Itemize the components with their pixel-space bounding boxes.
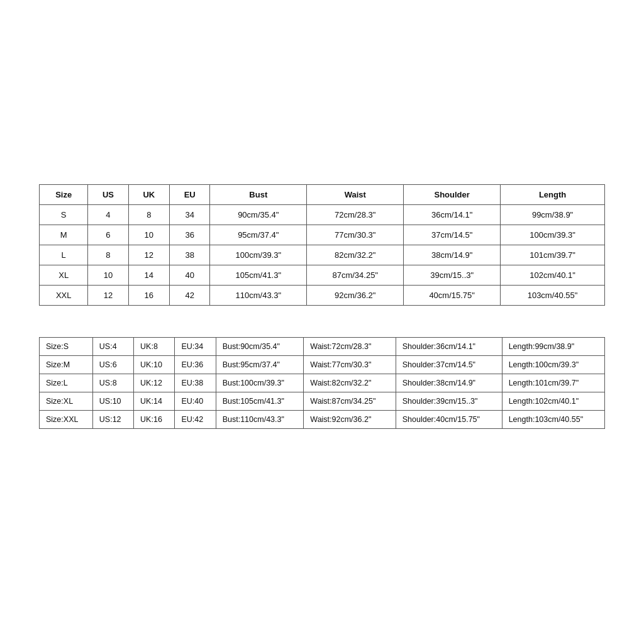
table-row: XL101440105cm/41.3"87cm/34.25"39cm/15..3… — [40, 265, 605, 285]
table-cell: Length:99cm/38.9" — [502, 337, 604, 355]
table-cell: Length:102cm/40.1" — [502, 392, 604, 410]
table-cell: 101cm/39.7" — [501, 245, 605, 265]
table1-header-cell: US — [88, 184, 128, 204]
table-cell: US:4 — [92, 337, 133, 355]
table-cell: Shoulder:40cm/15.75" — [396, 410, 502, 428]
table-cell: US:10 — [92, 392, 133, 410]
table-cell: 40cm/15.75" — [404, 285, 501, 305]
table-cell: US:12 — [92, 410, 133, 428]
table-cell: Waist:77cm/30.3" — [304, 355, 396, 374]
table-cell: Size:XXL — [40, 410, 93, 428]
table-cell: Size:XL — [40, 392, 93, 410]
table-cell: EU:40 — [175, 392, 216, 410]
table-row: Size:LUS:8UK:12EU:38Bust:100cm/39.3"Wais… — [40, 374, 605, 392]
table-cell: Length:103cm/40.55" — [502, 410, 604, 428]
table-cell: 40 — [170, 265, 210, 285]
table-cell: 10 — [88, 265, 128, 285]
table-cell: 34 — [170, 204, 210, 225]
table-cell: 100cm/39.3" — [210, 245, 307, 265]
table-cell: 90cm/35.4" — [210, 204, 307, 225]
table-cell: 4 — [88, 204, 128, 225]
table-cell: Size:S — [40, 337, 93, 355]
table1-header-cell: Bust — [210, 184, 307, 204]
table-cell: EU:42 — [175, 410, 216, 428]
table-cell: 8 — [88, 245, 128, 265]
table-cell: 42 — [170, 285, 210, 305]
table-cell: M — [40, 225, 88, 245]
table-cell: 102cm/40.1" — [501, 265, 605, 285]
table-cell: 92cm/36.2" — [307, 285, 404, 305]
table-cell: UK:16 — [134, 410, 175, 428]
table-cell: 38cm/14.9" — [404, 245, 501, 265]
table-row: Size:XLUS:10UK:14EU:40Bust:105cm/41.3"Wa… — [40, 392, 605, 410]
table-cell: 16 — [128, 285, 169, 305]
table-cell: 72cm/28.3" — [307, 204, 404, 225]
table-cell: 8 — [128, 204, 169, 225]
table-cell: EU:38 — [175, 374, 216, 392]
table-cell: 105cm/41.3" — [210, 265, 307, 285]
table1-header-cell: Shoulder — [404, 184, 501, 204]
table-row: M6103695cm/37.4"77cm/30.3"37cm/14.5"100c… — [40, 225, 605, 245]
table-row: Size:MUS:6UK:10EU:36Bust:95cm/37.4"Waist… — [40, 355, 605, 374]
table-cell: UK:10 — [134, 355, 175, 374]
table-cell: US:6 — [92, 355, 133, 374]
size-chart-table1: SizeUSUKEUBustWaistShoulderLength S48349… — [39, 184, 605, 306]
table-cell: UK:8 — [134, 337, 175, 355]
table-cell: 95cm/37.4" — [210, 225, 307, 245]
table-cell: Size:L — [40, 374, 93, 392]
table-cell: Waist:92cm/36.2" — [304, 410, 396, 428]
table1-header-cell: Waist — [307, 184, 404, 204]
table1-header-cell: EU — [170, 184, 210, 204]
table-cell: 37cm/14.5" — [404, 225, 501, 245]
table-cell: Waist:82cm/32.2" — [304, 374, 396, 392]
table-cell: US:8 — [92, 374, 133, 392]
table-cell: Bust:95cm/37.4" — [216, 355, 304, 374]
table-cell: EU:34 — [175, 337, 216, 355]
table-cell: Bust:100cm/39.3" — [216, 374, 304, 392]
table-cell: 39cm/15..3" — [404, 265, 501, 285]
table-cell: Shoulder:39cm/15..3" — [396, 392, 502, 410]
table-cell: 99cm/38.9" — [501, 204, 605, 225]
table-cell: Shoulder:36cm/14.1" — [396, 337, 502, 355]
table-cell: Shoulder:37cm/14.5" — [396, 355, 502, 374]
table-cell: Bust:110cm/43.3" — [216, 410, 304, 428]
table-cell: 77cm/30.3" — [307, 225, 404, 245]
table-cell: S — [40, 204, 88, 225]
table-cell: UK:12 — [134, 374, 175, 392]
table-cell: XL — [40, 265, 88, 285]
table-cell: Length:100cm/39.3" — [502, 355, 604, 374]
table1-header-cell: UK — [128, 184, 169, 204]
table-cell: Waist:87cm/34.25" — [304, 392, 396, 410]
table-cell: 36cm/14.1" — [404, 204, 501, 225]
table-cell: Waist:72cm/28.3" — [304, 337, 396, 355]
table-cell: Size:M — [40, 355, 93, 374]
table-cell: 38 — [170, 245, 210, 265]
table2: Size:SUS:4UK:8EU:34Bust:90cm/35.4"Waist:… — [39, 337, 605, 429]
table-cell: 82cm/32.2" — [307, 245, 404, 265]
table-cell: XXL — [40, 285, 88, 305]
table-cell: 10 — [128, 225, 169, 245]
table-cell: 87cm/34.25" — [307, 265, 404, 285]
table-cell: 6 — [88, 225, 128, 245]
table1-header-cell: Length — [501, 184, 605, 204]
table-cell: 100cm/39.3" — [501, 225, 605, 245]
table-cell: Bust:105cm/41.3" — [216, 392, 304, 410]
table1: SizeUSUKEUBustWaistShoulderLength S48349… — [39, 184, 605, 306]
table-cell: Length:101cm/39.7" — [502, 374, 604, 392]
table-cell: Bust:90cm/35.4" — [216, 337, 304, 355]
table-cell: EU:36 — [175, 355, 216, 374]
table-cell: UK:14 — [134, 392, 175, 410]
table-cell: 110cm/43.3" — [210, 285, 307, 305]
table-cell: 12 — [88, 285, 128, 305]
table-cell: L — [40, 245, 88, 265]
table-row: Size:XXLUS:12UK:16EU:42Bust:110cm/43.3"W… — [40, 410, 605, 428]
table-row: Size:SUS:4UK:8EU:34Bust:90cm/35.4"Waist:… — [40, 337, 605, 355]
size-chart-table2: Size:SUS:4UK:8EU:34Bust:90cm/35.4"Waist:… — [39, 337, 605, 429]
table-cell: 12 — [128, 245, 169, 265]
table1-header-cell: Size — [40, 184, 88, 204]
table-cell: Shoulder:38cm/14.9" — [396, 374, 502, 392]
table-cell: 103cm/40.55" — [501, 285, 605, 305]
table-cell: 36 — [170, 225, 210, 245]
table-row: XXL121642110cm/43.3"92cm/36.2"40cm/15.75… — [40, 285, 605, 305]
table-cell: 14 — [128, 265, 169, 285]
